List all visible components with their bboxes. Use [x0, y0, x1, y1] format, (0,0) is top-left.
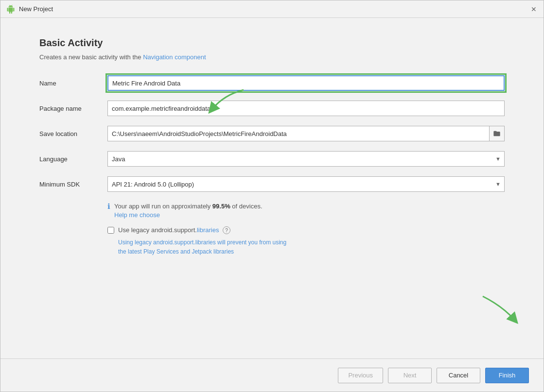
- package-name-field-wrap: [107, 101, 505, 116]
- legacy-desc-mid: will prevent you from using: [216, 239, 286, 246]
- new-project-window: New Project ✕ Basic Activity Creates a n…: [0, 0, 544, 392]
- min-sdk-field-wrap: API 21: Android 5.0 (Lollipop) API 22: A…: [107, 176, 505, 192]
- info-text-block: Your app will run on approximately 99.5%…: [114, 202, 263, 219]
- legacy-checkbox-row: Use legacy android.support.libraries ?: [107, 226, 505, 235]
- min-sdk-row: Minimum SDK API 21: Android 5.0 (Lollipo…: [39, 176, 505, 192]
- legacy-label-prefix: Use legacy android.support.: [118, 226, 197, 234]
- info-prefix: Your app will run on approximately: [114, 203, 212, 210]
- info-text: Your app will run on approximately 99.5%…: [114, 202, 263, 211]
- language-field-wrap: Java Kotlin ▼: [107, 151, 505, 167]
- info-percentage: 99.5%: [212, 203, 230, 210]
- legacy-desc-prefix: Using legacy android.support.: [118, 239, 195, 246]
- language-select-wrap: Java Kotlin ▼: [107, 151, 505, 167]
- name-input[interactable]: [107, 75, 505, 91]
- name-label: Name: [39, 80, 107, 87]
- arrow-finish-icon: [478, 291, 522, 325]
- save-location-input[interactable]: [107, 126, 489, 141]
- save-location-field-wrap: [107, 126, 505, 141]
- legacy-label-link: libraries: [197, 226, 219, 234]
- min-sdk-select[interactable]: API 21: Android 5.0 (Lollipop) API 22: A…: [107, 176, 505, 192]
- legacy-description: Using legacy android.support.libraries w…: [118, 238, 505, 256]
- info-icon: ℹ: [107, 202, 110, 211]
- title-bar-left: New Project: [6, 5, 53, 14]
- info-row: ℹ Your app will run on approximately 99.…: [107, 202, 505, 219]
- section-title: Basic Activity: [39, 37, 505, 49]
- previous-button[interactable]: Previous: [338, 368, 383, 383]
- save-location-label: Save location: [39, 130, 107, 137]
- language-select[interactable]: Java Kotlin: [107, 151, 505, 167]
- android-logo-icon: [6, 5, 15, 14]
- legacy-desc-line2: the latest Play Services and Jetpack lib…: [118, 248, 234, 255]
- finish-button[interactable]: Finish: [485, 368, 529, 383]
- info-suffix: of devices.: [230, 203, 263, 210]
- next-button[interactable]: Next: [388, 368, 432, 383]
- form-content: Basic Activity Creates a new basic activ…: [0, 18, 544, 358]
- dialog-footer: Previous Next Cancel Finish: [0, 358, 544, 392]
- close-button[interactable]: ✕: [530, 5, 538, 13]
- title-bar: New Project ✕: [0, 0, 544, 18]
- help-me-choose-link[interactable]: Help me choose: [114, 211, 263, 219]
- package-name-row: Package name: [39, 101, 505, 116]
- min-sdk-label: Minimum SDK: [39, 181, 107, 188]
- save-location-input-group: [107, 126, 505, 141]
- language-label: Language: [39, 155, 107, 163]
- package-name-input[interactable]: [107, 101, 505, 116]
- window-title: New Project: [19, 5, 53, 13]
- package-name-label: Package name: [39, 105, 107, 112]
- save-location-row: Save location: [39, 126, 505, 141]
- legacy-help-icon[interactable]: ?: [223, 226, 230, 234]
- folder-icon: [493, 130, 501, 137]
- subtitle-prefix: Creates a new basic activity with the: [39, 53, 143, 61]
- navigation-link[interactable]: Navigation component: [143, 53, 206, 61]
- cancel-button[interactable]: Cancel: [437, 368, 480, 383]
- legacy-checkbox-label: Use legacy android.support.libraries ?: [118, 226, 230, 235]
- legacy-checkbox-wrap: Use legacy android.support.libraries ?: [107, 226, 230, 235]
- language-row: Language Java Kotlin ▼: [39, 151, 505, 167]
- browse-folder-button[interactable]: [489, 126, 505, 141]
- legacy-checkbox[interactable]: [107, 227, 114, 234]
- min-sdk-select-wrap: API 21: Android 5.0 (Lollipop) API 22: A…: [107, 176, 505, 192]
- name-row: Name: [39, 75, 505, 91]
- name-field-container: [107, 75, 505, 91]
- legacy-desc-link: libraries: [195, 239, 216, 246]
- section-subtitle: Creates a new basic activity with the Na…: [39, 53, 505, 61]
